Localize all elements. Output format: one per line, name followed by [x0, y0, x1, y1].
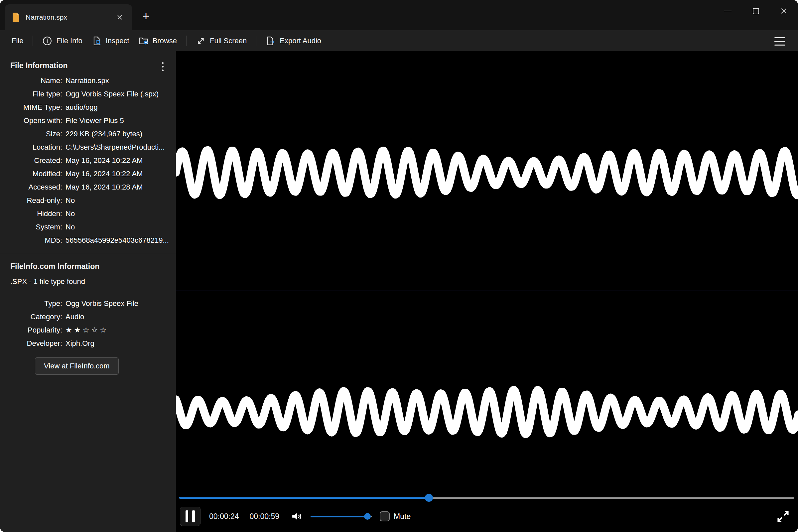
field-label: Popularity: [0, 324, 62, 337]
mute-checkbox[interactable] [380, 511, 390, 521]
info-row-developer: Developer:Xiph.Org [0, 337, 176, 350]
minimize-button[interactable] [714, 0, 742, 22]
field-value: Xiph.Org [65, 337, 176, 350]
view-at-fileinfo-button[interactable]: View at FileInfo.com [35, 358, 119, 375]
waveform-channel-left [176, 150, 798, 195]
file-information-title: File Information [0, 61, 176, 70]
field-value: Ogg Vorbis Speex File [65, 297, 176, 310]
kebab-icon [162, 62, 164, 64]
close-button[interactable] [770, 0, 798, 22]
waveform-viewer: 00:00:24 00:00:59 Mute [176, 51, 798, 532]
file-menu-label: File [12, 37, 23, 45]
inspect-icon [92, 36, 102, 46]
browse-folder-icon [139, 36, 149, 46]
browse-button[interactable]: Browse [134, 33, 182, 49]
fullscreen-toggle-button[interactable] [775, 508, 791, 524]
popularity-stars: ★ ★ ☆ ☆ ☆ [65, 324, 176, 337]
toolbar-separator [256, 36, 256, 46]
field-label: Opens with: [0, 114, 62, 127]
total-time: 00:00:59 [250, 512, 280, 521]
field-value: File Viewer Plus 5 [65, 114, 176, 127]
full-screen-icon [196, 36, 206, 46]
seek-bar[interactable] [179, 497, 794, 499]
minimize-icon [724, 11, 732, 11]
channel-separator [176, 291, 798, 291]
info-row-read-only: Read-only:No [0, 194, 176, 207]
field-value: audio/ogg [65, 101, 176, 114]
field-label: MD5: [0, 234, 62, 247]
export-audio-icon [266, 36, 276, 46]
field-value: 565568a45992e5403c678219... [65, 234, 176, 247]
seek-progress [179, 497, 429, 499]
volume-thumb[interactable] [364, 513, 371, 520]
info-icon [42, 36, 52, 46]
fileinfo-com-list: Type:Ogg Vorbis Speex File Category:Audi… [0, 297, 176, 350]
mute-label: Mute [394, 512, 411, 521]
field-value: No [65, 207, 176, 221]
field-label: System: [0, 221, 62, 234]
info-row-type: Type:Ogg Vorbis Speex File [0, 297, 176, 310]
info-row-popularity: Popularity:★ ★ ☆ ☆ ☆ [0, 324, 176, 337]
inspect-button[interactable]: Inspect [87, 33, 134, 49]
field-value: May 16, 2024 10:22 AM [65, 167, 176, 180]
field-value: No [65, 194, 176, 207]
info-row-opens-with: Opens with:File Viewer Plus 5 [0, 114, 176, 127]
sidebar-options-button[interactable] [157, 58, 169, 75]
menu-button[interactable] [771, 34, 789, 48]
field-label: Size: [0, 127, 62, 141]
browse-label: Browse [153, 37, 177, 45]
field-value: No [65, 221, 176, 234]
full-screen-label: Full Screen [210, 37, 247, 45]
field-label: Name: [0, 74, 62, 88]
info-row-location: Location:C:\Users\SharpenedProducti... [0, 141, 176, 154]
document-icon [12, 12, 20, 22]
maximize-button[interactable] [742, 0, 770, 22]
new-tab-button[interactable]: + [137, 8, 155, 25]
field-label: Accessed: [0, 180, 62, 194]
tab-title: Narration.spx [25, 13, 67, 21]
info-row-created: Created:May 16, 2024 10:22 AM [0, 154, 176, 167]
full-screen-button[interactable]: Full Screen [191, 33, 251, 49]
field-label: File type: [0, 88, 62, 101]
info-row-category: Category:Audio [0, 310, 176, 324]
field-label: Modified: [0, 167, 62, 180]
pause-button[interactable] [180, 507, 201, 526]
hamburger-icon [774, 37, 785, 38]
inspect-label: Inspect [106, 37, 129, 45]
volume-slider[interactable] [310, 516, 372, 517]
seek-thumb[interactable] [425, 494, 433, 502]
app-window: Narration.spx + File File Info [0, 0, 798, 532]
info-row-mime-type: MIME Type:audio/ogg [0, 101, 176, 114]
field-label: Hidden: [0, 207, 62, 221]
window-controls [714, 0, 798, 22]
toolbar: File File Info Inspect B [0, 30, 798, 51]
file-info-button[interactable]: File Info [38, 33, 87, 49]
speaker-button[interactable] [290, 510, 303, 523]
field-label: Location: [0, 141, 62, 154]
sidebar-divider [0, 254, 176, 254]
info-row-modified: Modified:May 16, 2024 10:22 AM [0, 167, 176, 180]
titlebar: Narration.spx + [0, 0, 798, 30]
toolbar-separator [186, 36, 187, 46]
field-value: Narration.spx [65, 74, 176, 88]
fileinfo-com-result: .SPX - 1 file type found [0, 275, 176, 288]
tab-close-icon[interactable] [114, 12, 125, 23]
fileinfo-com-title: FileInfo.com Information [0, 262, 176, 271]
export-audio-button[interactable]: Export Audio [261, 33, 326, 49]
field-value: Ogg Vorbis Speex File (.spx) [65, 88, 176, 101]
export-audio-label: Export Audio [280, 37, 321, 45]
expand-icon [775, 509, 791, 524]
field-value: 229 KB (234,967 bytes) [65, 127, 176, 141]
field-label: Read-only: [0, 194, 62, 207]
field-value: C:\Users\SharpenedProducti... [65, 141, 176, 154]
tab-narration[interactable]: Narration.spx [5, 4, 132, 30]
speaker-icon [291, 510, 303, 522]
file-info-label: File Info [56, 37, 82, 45]
volume-fill [310, 516, 367, 517]
sidebar: File Information Name:Narration.spx File… [0, 51, 176, 532]
waveform-channel-right [176, 390, 798, 435]
info-row-file-type: File type:Ogg Vorbis Speex File (.spx) [0, 88, 176, 101]
info-row-hidden: Hidden:No [0, 207, 176, 221]
file-menu[interactable]: File [7, 34, 28, 48]
info-row-md5: MD5:565568a45992e5403c678219... [0, 234, 176, 247]
